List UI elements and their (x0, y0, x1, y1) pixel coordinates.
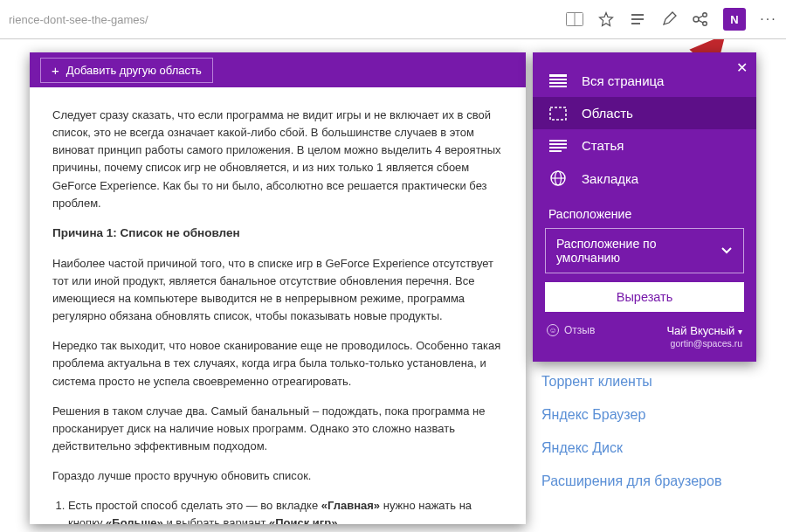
clip-mode-list: Вся страница Область Статья Закладка (533, 52, 756, 202)
svg-point-5 (693, 17, 699, 22)
add-region-label: Добавить другую область (66, 64, 202, 77)
article-icon (548, 139, 568, 153)
chrome-icons: N ··· (566, 8, 777, 31)
onenote-extension-icon[interactable]: N (723, 8, 746, 31)
mode-label: Область (582, 106, 633, 121)
favorite-star-icon[interactable] (597, 10, 615, 28)
user-name: Чай Вкусный ▾ (666, 324, 742, 337)
notes-pen-icon[interactable] (660, 10, 678, 28)
svg-rect-11 (549, 79, 567, 80)
clip-mode-full-page[interactable]: Вся страница (533, 65, 756, 97)
feedback-link[interactable]: ☺ Отзыв (547, 324, 595, 336)
chevron-down-icon: ▾ (738, 327, 742, 336)
smiley-icon: ☺ (547, 324, 559, 336)
svg-line-8 (699, 16, 704, 18)
reading-list-icon[interactable] (629, 10, 646, 28)
sidebar-link[interactable]: Расширения для браузеров (541, 473, 769, 489)
plus-icon: + (52, 63, 59, 78)
close-icon[interactable]: ✕ (736, 59, 748, 76)
body-para: Нередко так выходит, что новое сканирова… (52, 337, 503, 390)
user-email: gortin@spaces.ru (671, 338, 742, 349)
clip-preview-panel: + Добавить другую область Следует сразу … (30, 52, 526, 524)
svg-rect-10 (549, 74, 567, 77)
location-value: Расположение по умолчанию (556, 237, 720, 265)
body-heading: Причина 1: Список не обновлен (52, 225, 503, 243)
url-fragment: rience-dont-see-the-games/ (9, 13, 566, 26)
add-region-button[interactable]: + Добавить другую область (40, 58, 213, 83)
svg-rect-17 (549, 147, 567, 149)
mode-label: Статья (582, 138, 624, 153)
sidebar-link[interactable]: Торрент клиенты (541, 374, 769, 390)
more-icon[interactable]: ··· (760, 10, 777, 28)
onenote-clipper-panel: ✕ Вся страница Область Статья Закладка (533, 52, 756, 362)
svg-rect-18 (549, 150, 562, 152)
reading-view-icon[interactable] (566, 10, 583, 28)
bookmark-globe-icon (548, 170, 568, 186)
body-para: Наиболее частой причиной того, что в спи… (52, 255, 503, 326)
clip-button[interactable]: Вырезать (545, 282, 744, 312)
svg-rect-13 (549, 86, 567, 87)
preview-header: + Добавить другую область (30, 52, 526, 87)
body-list-item: Есть простой способ сделать это — во вкл… (68, 497, 503, 524)
share-icon[interactable] (692, 10, 709, 28)
sidebar-link[interactable]: Яндекс Диск (541, 440, 769, 456)
chevron-down-icon (720, 246, 733, 255)
page-sidebar-links: Microsoft Word Торрент клиенты Яндекс Бр… (541, 341, 769, 489)
location-label: Расположение (533, 202, 756, 228)
body-para: Гораздо лучше просто вручную обновить сп… (52, 467, 503, 485)
svg-rect-15 (549, 140, 567, 142)
clip-mode-region[interactable]: Область (533, 97, 756, 129)
svg-rect-12 (549, 82, 567, 84)
panel-footer: ☺ Отзыв Чай Вкусный ▾ gortin@spaces.ru (533, 321, 756, 353)
mode-label: Закладка (582, 171, 638, 186)
svg-point-7 (703, 22, 707, 26)
clip-mode-article[interactable]: Статья (533, 129, 756, 162)
location-dropdown[interactable]: Расположение по умолчанию (545, 228, 744, 273)
full-page-icon (548, 74, 568, 88)
body-para: Решения в таком случае два. Самый баналь… (52, 403, 503, 455)
body-para: Следует сразу сказать, что если программ… (52, 107, 503, 212)
svg-line-9 (699, 20, 704, 23)
svg-rect-14 (550, 107, 566, 120)
mode-label: Вся страница (582, 73, 664, 88)
browser-top-bar: rience-dont-see-the-games/ N ··· (0, 0, 786, 39)
clip-mode-bookmark[interactable]: Закладка (533, 162, 756, 195)
svg-rect-16 (549, 143, 567, 145)
region-icon (548, 107, 568, 121)
user-account[interactable]: Чай Вкусный ▾ gortin@spaces.ru (666, 324, 742, 349)
preview-body: Следует сразу сказать, что если программ… (30, 87, 526, 524)
svg-point-6 (703, 13, 707, 17)
sidebar-link[interactable]: Яндекс Браузер (541, 407, 769, 423)
